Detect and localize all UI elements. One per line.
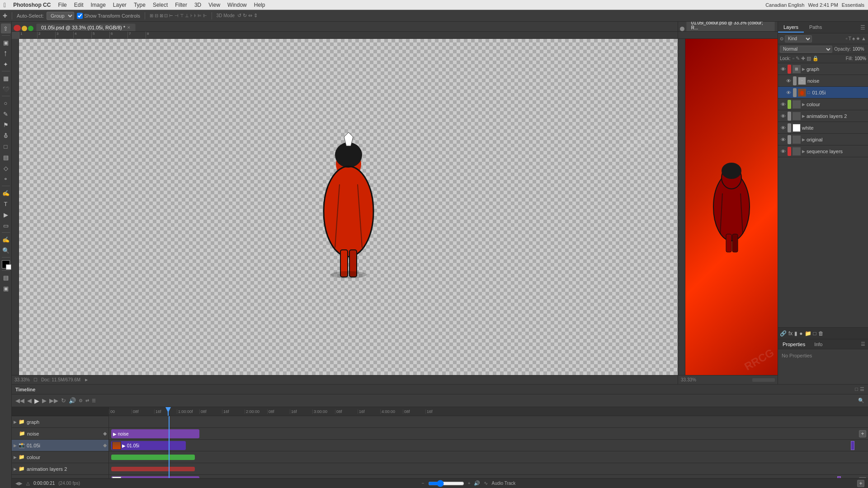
eyedropper-tool[interactable]: 🖤 [1,84,11,94]
shape-tool[interactable]: ▭ [1,221,11,230]
clip-colour[interactable] [111,455,195,460]
tl-zoom-slider[interactable] [428,482,464,485]
delete-layer-icon[interactable]: 🗑 [818,330,824,337]
layer-item-noise[interactable]: 👁 ~ noise [778,75,868,87]
path-select-tool[interactable]: ▶ [1,210,11,220]
link-icon[interactable]: 🔗 [780,330,787,337]
show-transform-checkbox[interactable] [77,12,83,20]
tl-render-icon[interactable]: ☰ [92,398,96,403]
layer-item-animation-layers-2[interactable]: 👁 ▶ animation layers 2 [778,110,868,122]
filter-shape-icon[interactable]: ♠ [852,36,855,42]
selection-tool[interactable]: ▣ [1,38,11,47]
blend-mode-select[interactable]: Normal [780,46,832,53]
layer-vis-white[interactable]: 👁 [780,125,786,131]
lock-checkerboard-icon[interactable]: ▫ [793,56,794,61]
clip-white-end[interactable] [837,476,841,478]
panel-menu-icon[interactable]: ☰ [860,24,868,31]
new-layer-icon[interactable]: □ [813,330,816,337]
tl-prev-frame-icon[interactable]: ◀ [27,397,32,404]
menu-view[interactable]: View [208,2,220,8]
clip-white[interactable]: ▶ white [111,476,199,478]
gradient-tool[interactable]: ▤ [1,152,11,162]
tl-timecode[interactable]: 0:00:00:21 [33,481,55,486]
close-tab-icon[interactable]: ✕ [127,25,131,30]
brush-tool[interactable]: ✎ [1,109,11,119]
add-mask-icon[interactable]: ▮ [794,330,797,337]
layer-vis-colour[interactable]: 👁 [780,102,786,107]
filter-pixel-icon[interactable]: ▫ [846,36,848,42]
layer-expand-original[interactable]: ▶ [802,137,805,142]
tl-expand-anim2[interactable]: ▶ [14,467,17,471]
tl-rewind-icon[interactable]: ◀◀ [15,397,24,404]
right-close-btn[interactable] [680,27,684,31]
right-canvas-tab[interactable]: 01.05i_colour.psd @ 33.3% (colour; R... [686,22,775,31]
tl-zoom-in-icon[interactable]: + [468,481,471,486]
layer-item-graph[interactable]: 👁 ▩ ▶ graph [778,63,868,75]
menu-type[interactable]: Type [134,2,146,8]
background-color[interactable] [6,264,11,270]
lock-move-icon[interactable]: ✚ [801,56,805,61]
tl-forward-icon[interactable]: ▶▶ [49,397,58,404]
tl-loop-icon[interactable]: ↻ [61,397,66,404]
tl-settings-icon[interactable]: ⚙ [79,398,83,403]
tl-row-noise[interactable]: 📁 noise ◆ [12,428,108,440]
filter-text-icon[interactable]: T [849,36,852,42]
menu-select[interactable]: Select [153,2,168,8]
clip-anim2[interactable] [111,467,195,471]
healing-tool[interactable]: ○ [1,98,11,108]
menu-edit[interactable]: Edit [74,2,84,8]
layer-vis-graph[interactable]: 👁 [780,66,786,72]
layer-vis-01-05i[interactable]: 👁 [785,90,792,95]
tl-audio-icon2[interactable]: 🔊 [474,480,480,486]
quick-mask-btn[interactable]: ▤ [1,272,11,282]
pen-tool[interactable]: ✍ [1,188,11,198]
lasso-tool[interactable]: ⭡ [1,48,11,58]
layer-expand-colour[interactable]: ▶ [802,102,805,107]
layer-item-colour[interactable]: 👁 ▶ colour [778,99,868,110]
fill-value[interactable]: 100% [854,56,866,61]
fx-icon[interactable]: fx [788,330,793,337]
menu-file[interactable]: File [58,2,66,8]
layer-item-white[interactable]: 👁 white [778,122,868,134]
folder-icon[interactable]: 📁 [805,330,811,337]
tl-keyframe-01-05i[interactable]: ◆ [103,442,107,448]
tab-info[interactable]: Info [810,340,827,348]
layer-item-01-05i[interactable]: 👁 □ 01.05i [778,87,868,99]
clip-keyframe-marker[interactable] [851,441,854,450]
tab-paths[interactable]: Paths [804,23,827,33]
zoom-tool[interactable]: 🔍 [1,245,11,255]
add-noise-btn[interactable]: + [859,430,866,437]
clip-01-05i[interactable]: ▶ 01.05i [111,441,186,450]
menu-layer[interactable]: Layer [113,2,127,8]
lock-artboard-icon[interactable]: ▧ [807,56,811,61]
minimize-button[interactable] [22,26,27,31]
menu-3d[interactable]: 3D [194,2,201,8]
close-button[interactable] [14,25,21,31]
tl-row-white[interactable]: □ white ◆ [12,475,108,478]
filter-toggle-icon[interactable]: ▲ [861,36,866,42]
clip-noise[interactable]: ▶ noise [111,429,199,438]
menu-help[interactable]: Help [254,2,265,8]
timeline-convert-icon[interactable]: □ [855,386,858,392]
lock-brush-icon[interactable]: ✎ [796,56,800,61]
dodge-tool[interactable]: ⚬ [1,174,11,184]
menu-image[interactable]: Image [90,2,105,8]
layer-item-original[interactable]: 👁 ▶ original [778,134,868,145]
tl-next-frame-icon[interactable]: ▶ [42,397,47,404]
lock-all-icon[interactable]: 🔒 [812,56,819,61]
adjustment-icon[interactable]: ● [799,330,802,337]
layer-item-sequence-layers[interactable]: 👁 ▶ sequence layers [778,145,868,157]
tl-add-media-btn[interactable]: + [857,480,864,487]
filter-smart-icon[interactable]: ★ [856,36,860,42]
opacity-value[interactable]: 100% [853,47,866,52]
blur-tool[interactable]: ◇ [1,163,11,173]
tl-extra-icon[interactable]: 🔍 [858,398,864,404]
layer-vis-anim2[interactable]: 👁 [780,113,786,119]
text-tool[interactable]: T [1,199,11,209]
stamp-tool[interactable]: ⚑ [1,120,11,130]
tl-expand-colour[interactable]: ▶ [14,455,17,460]
layer-vis-seq[interactable]: 👁 [780,149,786,154]
properties-menu[interactable]: ☰ [861,341,868,347]
tl-row-graph[interactable]: ▶ 📁 graph [12,416,108,428]
tl-expand-01-05i[interactable]: ▶ [14,443,17,448]
